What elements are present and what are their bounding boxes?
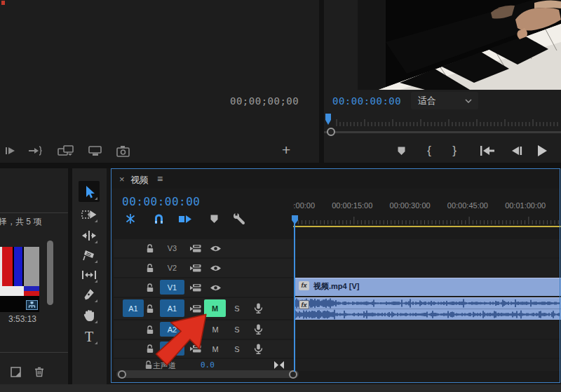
project-scrollbar[interactable] (47, 241, 53, 305)
track-lane-master[interactable] (293, 359, 561, 371)
timeline-ruler-ticks[interactable] (293, 214, 561, 226)
track-target-button[interactable]: V3 (160, 239, 184, 257)
lock-icon[interactable] (146, 264, 154, 273)
program-timecode[interactable]: 00:00:00:00 (332, 95, 401, 107)
button-editor-plus[interactable]: + (282, 142, 290, 158)
lock-icon[interactable] (146, 283, 154, 292)
mic-icon[interactable] (254, 303, 263, 314)
panel-divider-horizontal[interactable] (0, 163, 561, 168)
footer-divider (0, 352, 68, 353)
snap-magnet-icon[interactable] (151, 212, 165, 225)
mark-out-icon[interactable]: } (449, 143, 460, 158)
ripple-edit-tool[interactable] (80, 227, 98, 244)
program-monitor-panel: 00:00:00:00 适合 { } (324, 0, 561, 163)
pen-tool[interactable] (80, 286, 98, 303)
track-target-button[interactable]: V2 (160, 259, 184, 277)
video-clip[interactable]: fx 视频.mp4 [V] (295, 278, 561, 296)
selection-tool[interactable] (80, 184, 98, 201)
overwrite-icon[interactable] (56, 143, 77, 158)
source-timecode[interactable]: 00;00;00;00 (230, 95, 299, 107)
solo-button[interactable]: S (232, 340, 242, 358)
lift-icon[interactable] (86, 143, 105, 158)
keyframe-toggle-icon[interactable] (272, 360, 286, 370)
track-row-v1: V1 (114, 278, 293, 297)
mic-icon[interactable] (254, 324, 263, 335)
clip-thumbnail[interactable] (0, 247, 39, 312)
play-in-to-out-icon[interactable] (3, 144, 18, 157)
tab-close-icon[interactable]: × (119, 174, 125, 184)
hand-tool[interactable] (80, 307, 98, 324)
zoom-level-select[interactable]: 适合 (411, 92, 478, 109)
slip-tool[interactable] (80, 266, 98, 283)
sync-lock-icon[interactable] (190, 244, 201, 253)
program-ruler[interactable] (335, 117, 561, 127)
type-tool[interactable]: T (80, 328, 98, 345)
audio-clip[interactable]: fx (295, 297, 561, 320)
export-frame-icon[interactable] (115, 143, 132, 158)
timeline-ruler-labels[interactable]: 00:00:00:0000:00:15:0000:00:30:0000:00:4… (293, 201, 561, 212)
fx-badge: fx (299, 281, 309, 290)
video-clip-label: 视频.mp4 [V] (313, 281, 359, 292)
play-icon[interactable] (534, 143, 550, 158)
solo-button[interactable]: S (232, 298, 242, 319)
mute-button[interactable]: M (210, 340, 221, 358)
strip-white (0, 286, 24, 296)
strip-blue (24, 286, 39, 291)
lock-icon[interactable] (146, 244, 154, 253)
playhead-line[interactable] (294, 216, 295, 372)
trash-icon[interactable] (32, 365, 46, 379)
track-select-tool[interactable] (80, 206, 98, 223)
settings-wrench-icon[interactable] (231, 211, 247, 227)
clip-duration: 3:53:13 (8, 314, 36, 324)
track-target-button[interactable]: V1 (160, 280, 184, 295)
selection-status: 选择，共 5 项 (0, 216, 41, 227)
track-lane-a2[interactable] (293, 320, 561, 339)
track-lane-v2[interactable] (293, 259, 561, 277)
project-panel: 选择，共 5 项 3:53:13 (0, 168, 68, 384)
video-preview[interactable] (358, 0, 561, 90)
track-lane-v3[interactable] (293, 239, 561, 257)
sync-lock-icon[interactable] (190, 283, 201, 292)
timeline-playhead[interactable] (291, 215, 299, 225)
selection-status-wrap: 选择，共 5 项 (0, 216, 68, 227)
hscroll-handle-right[interactable] (289, 370, 297, 379)
hscroll-handle-left[interactable] (118, 370, 126, 379)
step-back-icon[interactable] (509, 144, 525, 158)
program-playhead[interactable] (325, 113, 332, 126)
mute-button[interactable]: M (210, 320, 221, 339)
mic-icon[interactable] (254, 344, 263, 355)
work-area-bar[interactable] (293, 226, 561, 227)
timeline-timecode[interactable]: 00:00:00:00 (122, 195, 200, 208)
go-to-in-icon[interactable] (478, 144, 496, 158)
tab-label-video[interactable]: 视频 (130, 174, 149, 187)
red-dot (1, 1, 5, 5)
razor-tool[interactable] (80, 247, 98, 264)
track-row-v2: V2 (114, 259, 293, 277)
nest-insert-icon[interactable] (123, 212, 137, 225)
ruler-label: 00:01:00:00 (505, 201, 546, 210)
program-scrub-track[interactable] (324, 131, 561, 133)
add-marker-icon[interactable] (394, 144, 408, 157)
track-row-v3: V3 (114, 239, 293, 257)
timeline-hscrollbar[interactable] (116, 370, 299, 378)
mark-in-icon[interactable]: { (424, 143, 435, 158)
panel-divider-vertical[interactable] (319, 0, 324, 163)
track-lane-a3[interactable] (293, 340, 561, 358)
red-arrow-cursor (147, 311, 209, 370)
linked-selection-icon[interactable] (177, 212, 194, 225)
bar-gray (24, 247, 39, 286)
sync-lock-icon[interactable] (190, 264, 201, 273)
eye-icon[interactable] (210, 245, 222, 252)
source-monitor-panel: 00;00;00;00 + (0, 0, 319, 163)
piano-video-frame (358, 0, 561, 90)
program-scrub-handle[interactable] (327, 128, 335, 136)
list-divider (0, 212, 68, 213)
add-marker-icon-timeline[interactable] (208, 212, 220, 225)
new-item-icon[interactable] (8, 365, 22, 379)
eye-icon[interactable] (210, 264, 222, 272)
eye-icon[interactable] (210, 284, 222, 292)
insert-icon[interactable] (27, 144, 43, 157)
source-patch-button[interactable]: A1 (123, 299, 144, 317)
panel-menu-icon[interactable]: ≡ (157, 173, 163, 184)
solo-button[interactable]: S (232, 320, 242, 339)
